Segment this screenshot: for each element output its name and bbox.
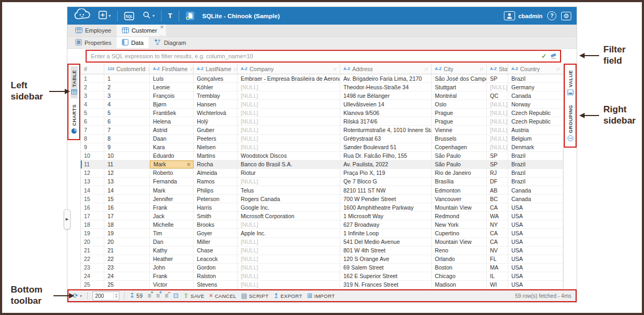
cell-CustomerId[interactable]: 12 [104, 169, 150, 177]
table-row[interactable]: 11LuísGonçalvesEmbraer - Empresa Brasile… [81, 74, 563, 83]
cell-Company[interactable]: [NULL] [237, 178, 340, 186]
cell-LastName[interactable]: Leacock [194, 255, 237, 263]
cell-Address[interactable]: Grétrystraat 63 [340, 135, 432, 143]
sidebar-item-value[interactable]: VALUE [567, 66, 574, 99]
table-row[interactable]: 1717JackSmithMicrosoft Corporation1 Micr… [81, 212, 563, 220]
cell-FirstName[interactable]: Victor [150, 281, 194, 289]
tab-diagram[interactable]: Diagram [149, 37, 191, 48]
cell-State[interactable]: SP [487, 152, 508, 160]
row-number-cell[interactable]: 12 [81, 169, 104, 177]
cell-State[interactable]: [NULL] [487, 135, 508, 143]
table-row[interactable]: 2222HeatherLeacock[NULL]120 S Orange Ave… [81, 255, 563, 264]
cell-City[interactable]: Copenhagen [432, 143, 487, 151]
row-number-cell[interactable]: 24 [81, 272, 104, 280]
cell-Company[interactable]: [NULL] [237, 135, 340, 143]
cell-State[interactable]: SP [487, 160, 508, 168]
duplicate-row-button[interactable]: ≡+ [156, 292, 160, 299]
export-button[interactable]: ↥EXPORT [273, 293, 302, 299]
cell-City[interactable]: Reno [432, 247, 487, 255]
cell-Company[interactable]: Telus [237, 186, 340, 194]
row-number-cell[interactable]: 10 [81, 152, 104, 160]
cell-Address[interactable]: 627 Broadway [340, 220, 432, 228]
cell-Company[interactable]: Rogers Canada [237, 195, 340, 203]
cell-LastName[interactable]: Hansen [194, 100, 237, 108]
row-number-cell[interactable]: 6 [81, 117, 104, 125]
column-header-CustomerId[interactable]: 123CustomerId↓↑ [104, 64, 150, 74]
cell-LastName[interactable]: Martins [194, 152, 237, 160]
tab-employee[interactable]: Employee [70, 25, 117, 36]
cell-Country[interactable]: USA [508, 247, 563, 255]
cell-Country[interactable]: Austria [508, 126, 563, 134]
cell-Address[interactable]: 1 Infinite Loop [340, 229, 432, 237]
row-number-cell[interactable]: 13 [81, 178, 104, 186]
cell-Country[interactable]: Brazil [508, 178, 563, 186]
row-number-cell[interactable]: 21 [81, 247, 104, 255]
cell-City[interactable]: New York [432, 220, 487, 228]
cell-FirstName[interactable]: Jennifer [150, 195, 194, 203]
cell-Address[interactable]: 700 W Pender Street [340, 195, 432, 203]
cell-Company[interactable]: [NULL] [237, 83, 340, 91]
cell-Address[interactable]: 1 Microsoft Way [340, 212, 432, 220]
cell-Address[interactable]: Praça Pio X, 119 [340, 169, 432, 177]
table-row[interactable]: 1515JenniferPetersonRogers Canada700 W P… [81, 195, 563, 203]
table-row[interactable]: 1919TimGoyerApple Inc.1 Infinite LoopCup… [81, 229, 563, 237]
fetch-size-input[interactable]: 200 ▲▼ [93, 291, 119, 301]
cell-LastName[interactable]: Peeters [194, 135, 237, 143]
cell-CustomerId[interactable]: 18 [104, 220, 150, 228]
cell-City[interactable]: Vienne [432, 126, 487, 134]
cell-Country[interactable]: Brazil [508, 74, 563, 82]
cell-LastName[interactable]: Ralston [194, 272, 237, 280]
cell-LastName[interactable]: Gonçalves [194, 74, 237, 82]
cell-CustomerId[interactable]: 8 [104, 135, 150, 143]
cell-City[interactable]: São Paulo [432, 152, 487, 160]
cell-Address[interactable]: 801 W 4th Street [340, 247, 432, 255]
cell-FirstName[interactable]: Kara [150, 143, 194, 151]
cell-LastName[interactable]: Wichterlová [194, 109, 237, 117]
cell-City[interactable]: Edmonton [432, 186, 487, 194]
cell-Company[interactable]: Google Inc. [237, 203, 340, 211]
add-row-button[interactable]: ≡+ [148, 292, 151, 299]
cell-City[interactable]: Prague [432, 109, 487, 117]
cell-LastName[interactable]: Rocha [194, 160, 237, 168]
delete-row-button[interactable]: ≡− [165, 292, 168, 299]
cell-State[interactable]: CA [487, 203, 508, 211]
sidebar-item-table[interactable]: TABLE [71, 66, 78, 98]
row-number-cell[interactable]: 11 [81, 160, 104, 168]
cell-CustomerId[interactable]: 16 [104, 203, 150, 211]
table-row[interactable]: 1818MichelleBrooks[NULL]627 BroadwayNew … [81, 220, 563, 229]
cell-City[interactable]: Madison [432, 281, 487, 289]
cell-City[interactable]: Prague [432, 117, 487, 125]
cell-CustomerId[interactable]: 14 [104, 186, 150, 194]
cell-Company[interactable]: [NULL] [237, 247, 340, 255]
cell-State[interactable]: [NULL] [487, 100, 508, 108]
cell-Country[interactable]: Czech Republic [508, 109, 563, 117]
cell-Address[interactable]: Klanova 9/506 [340, 109, 432, 117]
cell-Country[interactable]: USA [508, 238, 563, 246]
table-row[interactable]: 2323JohnGordon[NULL]69 Salem StreetBosto… [81, 264, 563, 272]
cell-City[interactable]: Mountain View [432, 203, 487, 211]
cancel-button[interactable]: ×CANCEL [209, 293, 236, 299]
cell-Address[interactable]: 162 E Superior Street [340, 272, 432, 280]
cell-State[interactable]: [NULL] [487, 83, 508, 91]
table-row[interactable]: 1616FrankHarrisGoogle Inc.1600 Amphithea… [81, 203, 563, 212]
cell-FirstName[interactable]: Astrid [150, 126, 194, 134]
cell-Company[interactable]: [NULL] [237, 255, 340, 263]
row-number-cell[interactable]: 9 [81, 143, 104, 151]
cell-City[interactable]: Orlando [432, 255, 487, 263]
cell-State[interactable]: RJ [487, 169, 508, 177]
cell-FirstName[interactable]: Dan [150, 238, 194, 246]
cell-Company[interactable]: Woodstock Discos [237, 152, 340, 160]
cell-CustomerId[interactable]: 23 [104, 264, 150, 272]
cell-State[interactable]: [NULL] [487, 117, 508, 125]
row-number-cell[interactable]: 1 [81, 74, 104, 82]
table-row[interactable]: 2424FrankRalston[NULL]162 E Superior Str… [81, 272, 563, 281]
cell-CustomerId[interactable]: 22 [104, 255, 150, 263]
cell-FirstName[interactable]: František [150, 109, 194, 117]
sort-arrows-icon[interactable]: ↓↑ [333, 66, 336, 72]
table-row[interactable]: 22LeonieKöhler[NULL]Theodor-Heuss-Straße… [81, 83, 563, 91]
cell-Country[interactable]: Belgium [508, 135, 563, 143]
cell-FirstName[interactable]: Eduardo [150, 152, 194, 160]
cell-Country[interactable]: USA [508, 220, 563, 228]
cell-Company[interactable]: Microsoft Corporation [237, 212, 340, 220]
cell-City[interactable]: Montréal [432, 91, 487, 99]
